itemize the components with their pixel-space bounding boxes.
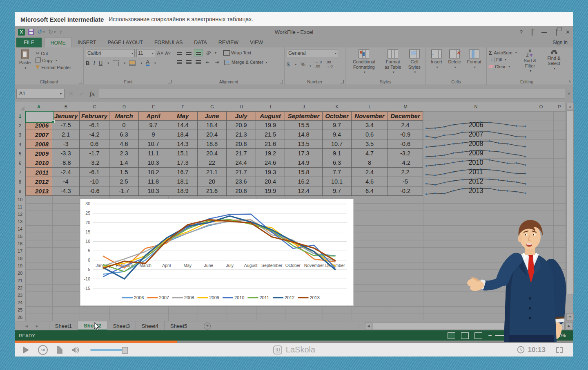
year-cell-2009[interactable]: 2009 — [25, 149, 52, 158]
value-cell-2013-january[interactable]: -4.3 — [52, 186, 80, 196]
row-header-16[interactable]: 16 — [15, 240, 26, 248]
row-header-5[interactable]: 5 — [15, 149, 26, 159]
value-cell-2008-may[interactable]: 14.3 — [168, 139, 198, 149]
value-cell-2010-january[interactable]: -8.8 — [52, 158, 80, 168]
redo-icon[interactable]: ↻▾ — [48, 28, 56, 36]
value-cell-2006-december[interactable]: 2.4 — [388, 121, 423, 130]
ribbon-options-icon[interactable] — [532, 29, 532, 35]
row-header-9[interactable]: 9 — [15, 186, 26, 196]
find-select-button[interactable]: Find & Select▾ — [543, 49, 565, 73]
value-cell-2006-july[interactable]: 20.9 — [227, 121, 256, 130]
value-cell-2009-october[interactable]: 9.1 — [323, 149, 352, 158]
value-cell-2007-july[interactable]: 21.3 — [227, 130, 256, 139]
value-cell-2011-october[interactable]: 7.7 — [323, 168, 352, 177]
value-cell-2011-june[interactable]: 21.1 — [198, 168, 227, 177]
accounting-format-icon[interactable]: $ — [287, 61, 290, 67]
value-cell-2010-november[interactable]: 8 — [352, 158, 388, 168]
row-header-10[interactable]: 10 — [15, 196, 26, 204]
tab-view[interactable]: VIEW — [244, 38, 269, 47]
value-cell-2009-april[interactable]: 11.1 — [139, 149, 168, 158]
alignment-dialog-launcher[interactable] — [280, 80, 283, 83]
row-header-4[interactable]: 4 — [15, 139, 26, 149]
bold-button[interactable]: B — [86, 60, 89, 66]
value-cell-2010-august[interactable]: 24.6 — [256, 158, 285, 168]
value-cell-2007-april[interactable]: 9 — [139, 130, 168, 139]
wrap-text-button[interactable]: Wrap Text — [231, 50, 251, 55]
value-cell-2008-december[interactable]: -0.6 — [388, 139, 423, 149]
row-header-11[interactable]: 11 — [15, 203, 26, 211]
temperature-line-chart[interactable]: 302520151050-5-10-15JanuaryFebruaryMarch… — [80, 199, 354, 306]
value-cell-2012-may[interactable]: 18.1 — [168, 177, 198, 186]
delete-cells-button[interactable]: ✕ Delete▾ — [445, 49, 463, 70]
row-header-19[interactable]: 19 — [15, 262, 26, 270]
value-cell-2011-february[interactable]: -6.1 — [80, 168, 109, 177]
row-header-8[interactable]: 8 — [15, 177, 26, 187]
underline-button[interactable]: U — [99, 60, 102, 66]
sort-filter-button[interactable]: AZ▼ Sort & Filter▾ — [520, 49, 540, 73]
column-header-L[interactable]: L — [352, 102, 388, 112]
row-header-25[interactable]: 25 — [15, 306, 26, 314]
decrease-decimal-icon[interactable]: .00→.0 — [326, 60, 333, 68]
value-cell-2010-february[interactable]: -3.2 — [80, 158, 109, 168]
value-cell-2013-july[interactable]: 20.8 — [227, 186, 256, 196]
scroll-up-icon[interactable]: ▲ — [566, 103, 574, 110]
row-header-3[interactable]: 3 — [15, 130, 26, 140]
prev-sheet-icon[interactable]: ◄ — [24, 324, 29, 328]
decrease-indent-icon[interactable]: ⇤ — [203, 59, 212, 65]
value-cell-2012-november[interactable]: 4.6 — [352, 177, 388, 186]
value-cell-2013-december[interactable]: -0.2 — [388, 186, 423, 196]
font-name-select[interactable]: Calibri▾ — [86, 49, 135, 57]
value-cell-2009-june[interactable]: 20.4 — [198, 149, 227, 158]
align-top-icon[interactable] — [175, 49, 183, 56]
month-header-august[interactable]: August — [256, 111, 285, 121]
value-cell-2010-september[interactable]: 14.9 — [285, 158, 323, 168]
selected-cell-A1[interactable] — [25, 111, 54, 123]
scroll-left-icon[interactable]: ◀ — [365, 322, 372, 330]
value-cell-2006-february[interactable]: -6.1 — [80, 121, 109, 130]
value-cell-2006-march[interactable]: 0 — [109, 121, 139, 130]
value-cell-2008-november[interactable]: 3.5 — [352, 139, 388, 149]
value-cell-2013-june[interactable]: 21.6 — [198, 186, 227, 196]
year-cell-2008[interactable]: 2008 — [25, 139, 52, 149]
value-cell-2010-march[interactable]: 1.4 — [109, 158, 139, 168]
help-icon[interactable]: ? — [520, 29, 523, 35]
value-cell-2006-january[interactable]: -7.5 — [52, 121, 80, 130]
value-cell-2012-october[interactable]: 10.1 — [323, 177, 352, 186]
format-as-table-button[interactable]: Format as Table▾ — [381, 49, 405, 74]
borders-icon[interactable] — [113, 60, 119, 66]
value-cell-2009-september[interactable]: 17.3 — [285, 149, 323, 158]
collapse-ribbon-icon[interactable]: ˄ — [568, 79, 571, 84]
value-cell-2013-april[interactable]: 10.3 — [139, 186, 168, 196]
value-cell-2007-october[interactable]: 9.4 — [323, 130, 352, 139]
month-header-march[interactable]: March — [109, 111, 139, 121]
formula-input[interactable] — [99, 89, 565, 99]
value-cell-2006-may[interactable]: 14.4 — [168, 121, 198, 130]
number-dialog-launcher[interactable] — [341, 80, 344, 83]
value-cell-2009-july[interactable]: 21.7 — [227, 149, 256, 158]
value-cell-2011-december[interactable]: 2.2 — [388, 168, 423, 177]
year-cell-2011[interactable]: 2011 — [25, 168, 52, 177]
month-header-july[interactable]: July — [227, 111, 256, 121]
value-cell-2010-april[interactable]: 10.3 — [139, 158, 168, 168]
sheet-tab-sheet4[interactable]: Sheet4 — [136, 321, 165, 330]
value-cell-2012-august[interactable]: 20.4 — [256, 177, 285, 186]
insert-cells-button[interactable]: ← Insert▾ — [428, 49, 445, 70]
value-cell-2009-january[interactable]: -3.3 — [52, 149, 80, 158]
row-header-2[interactable]: 2 — [15, 121, 26, 130]
row-header-22[interactable]: 22 — [15, 284, 26, 292]
row-header-20[interactable]: 20 — [15, 269, 26, 277]
align-middle-icon[interactable] — [185, 49, 193, 56]
month-header-june[interactable]: June — [198, 111, 227, 121]
merge-center-button[interactable]: Merge & Center — [232, 60, 263, 65]
tab-page-layout[interactable]: PAGE LAYOUT — [102, 38, 149, 47]
sheet-tab-sheet1[interactable]: Sheet1 — [49, 321, 78, 330]
clipboard-dialog-launcher[interactable] — [79, 80, 82, 83]
value-cell-2013-november[interactable]: 6.4 — [352, 186, 388, 196]
tab-data[interactable]: DATA — [188, 38, 212, 47]
close-icon[interactable]: ✕ — [566, 29, 570, 35]
value-cell-2006-october[interactable]: 9.7 — [323, 121, 352, 130]
insert-function-icon[interactable]: fx — [89, 90, 95, 97]
value-cell-2012-september[interactable]: 16.2 — [285, 177, 323, 186]
value-cell-2007-november[interactable]: 0.6 — [352, 130, 388, 139]
value-cell-2007-september[interactable]: 14.8 — [285, 130, 323, 139]
